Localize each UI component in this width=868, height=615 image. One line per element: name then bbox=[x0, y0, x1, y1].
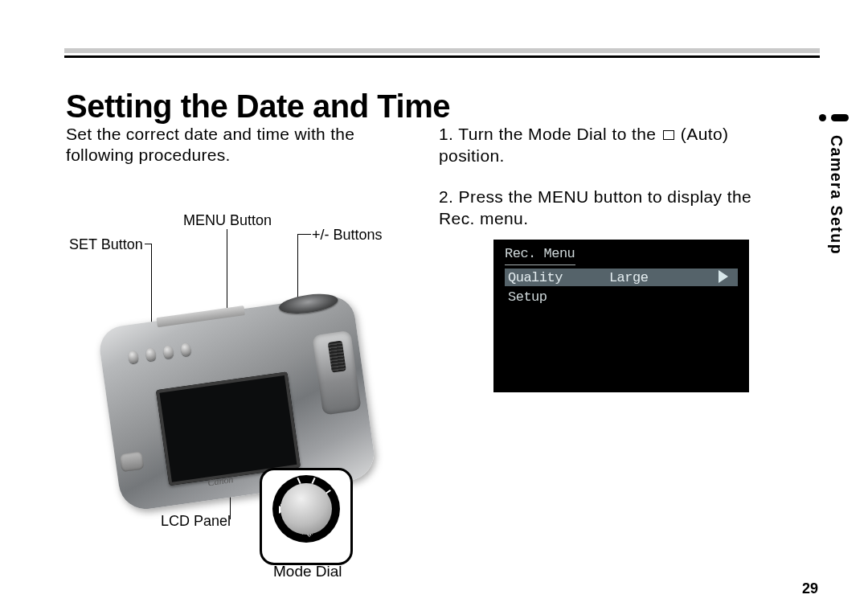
step-1-text-a: Turn the Mode Dial to the bbox=[458, 125, 661, 143]
leader-line bbox=[297, 234, 311, 235]
menu-row-quality: Quality Large bbox=[505, 269, 738, 286]
camera-mode-dial-top bbox=[278, 291, 339, 317]
step-1: 1. Turn the Mode Dial to the (Auto) posi… bbox=[439, 124, 752, 167]
step-1-number: 1. bbox=[439, 125, 453, 143]
indicator-pill bbox=[831, 114, 849, 121]
step-2: 2. Press the MENU button to display the … bbox=[439, 187, 752, 230]
label-menu-button: MENU Button bbox=[183, 212, 272, 229]
menu-header: Rec. Menu bbox=[505, 246, 575, 261]
step-2-number: 2. bbox=[439, 187, 453, 206]
camera-plus-button bbox=[180, 342, 191, 357]
leader-line bbox=[145, 244, 151, 244]
indicator-dot bbox=[819, 114, 826, 121]
camera-corner-latch bbox=[120, 452, 145, 473]
mode-dial-closeup: P PLAY MULTI bbox=[260, 468, 353, 565]
header-rule-gray bbox=[64, 48, 820, 53]
menu-row-setup: Setup bbox=[505, 288, 738, 305]
intro-text: Set the correct date and time with the f… bbox=[66, 124, 371, 166]
menu-quality-value: Large bbox=[609, 270, 649, 285]
mode-dial-inner bbox=[280, 483, 332, 535]
menu-setup-label: Setup bbox=[508, 289, 547, 305]
camera-menu-button bbox=[145, 347, 157, 362]
camera-top-strip bbox=[156, 305, 245, 327]
menu-header-underline bbox=[505, 264, 575, 265]
camera-set-button bbox=[128, 350, 139, 364]
lcd-menu-screenshot: Rec. Menu Quality Large Setup bbox=[493, 240, 749, 392]
label-plus-minus-buttons: +/- Buttons bbox=[312, 227, 383, 244]
label-mode-dial: Mode Dial bbox=[273, 563, 342, 580]
header-rule-black bbox=[64, 55, 820, 58]
camera-minus-button bbox=[162, 345, 174, 359]
section-indicator-dots bbox=[819, 114, 849, 121]
auto-mode-icon bbox=[663, 130, 674, 140]
camera-brand-logo: Canon bbox=[207, 474, 235, 489]
page-number: 29 bbox=[802, 580, 818, 597]
side-tab-label: Camera Setup bbox=[827, 135, 845, 255]
step-2-text: Press the MENU button to display the Rec… bbox=[439, 187, 751, 228]
menu-quality-label: Quality bbox=[508, 270, 563, 285]
label-set-button: SET Button bbox=[69, 236, 143, 253]
page-title: Setting the Date and Time bbox=[66, 88, 450, 125]
camera-button-row bbox=[128, 334, 250, 374]
menu-selection-arrow-icon bbox=[719, 270, 728, 283]
